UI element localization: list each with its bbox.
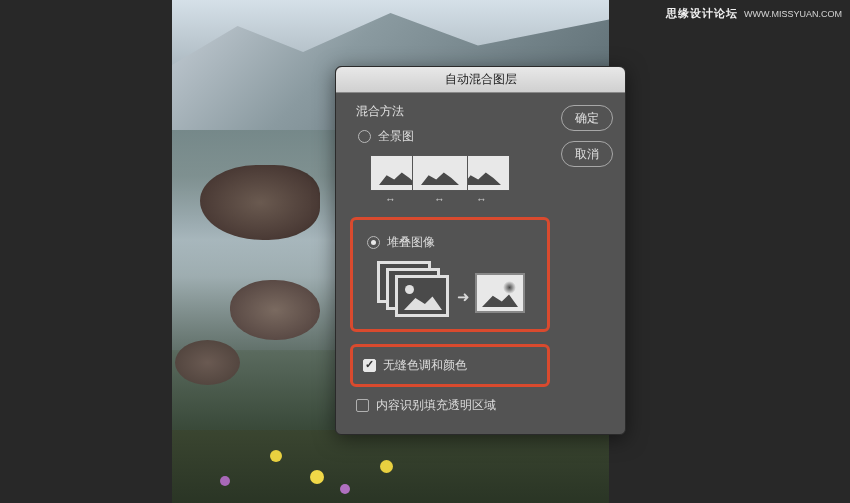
photo-rock (175, 340, 240, 385)
dialog-buttons: 确定 取消 (561, 105, 613, 167)
watermark-logo: 思缘设计论坛 (666, 6, 738, 21)
panorama-icon: ↔ ↔ ↔ (370, 155, 510, 203)
stack-radio[interactable] (367, 236, 380, 249)
dialog-title: 自动混合图层 (445, 71, 517, 88)
stack-images-icon: ➜ (377, 261, 527, 317)
content-aware-checkbox[interactable] (356, 399, 369, 412)
panorama-radio-row[interactable]: 全景图 (358, 128, 550, 145)
photo-rock (200, 165, 320, 240)
content-aware-checkbox-row[interactable]: 内容识别填充透明区域 (356, 397, 550, 414)
dialog-titlebar[interactable]: 自动混合图层 (336, 67, 625, 93)
content-aware-label: 内容识别填充透明区域 (376, 397, 496, 414)
watermark-url: WWW.MISSYUAN.COM (744, 9, 842, 19)
photo-rock (230, 280, 320, 340)
seamless-checkbox-row[interactable]: 无缝色调和颜色 (363, 357, 543, 374)
stack-label: 堆叠图像 (387, 234, 435, 251)
stack-highlight: 堆叠图像 ➜ (350, 217, 550, 332)
photo-flower (220, 476, 230, 486)
stack-radio-row[interactable]: 堆叠图像 (367, 234, 541, 251)
ok-button[interactable]: 确定 (561, 105, 613, 131)
photo-flower (340, 484, 350, 494)
panorama-label: 全景图 (378, 128, 414, 145)
photo-flower (380, 460, 393, 473)
cancel-button[interactable]: 取消 (561, 141, 613, 167)
panorama-radio[interactable] (358, 130, 371, 143)
dialog-body: 混合方法 全景图 ↔ ↔ ↔ 堆叠图像 (336, 93, 625, 434)
seamless-label: 无缝色调和颜色 (383, 357, 467, 374)
watermark: 思缘设计论坛 WWW.MISSYUAN.COM (666, 6, 842, 21)
blend-method-label: 混合方法 (356, 103, 550, 120)
auto-blend-layers-dialog: 自动混合图层 混合方法 全景图 ↔ ↔ ↔ 堆叠图像 (335, 66, 626, 435)
seamless-checkbox[interactable] (363, 359, 376, 372)
seamless-highlight: 无缝色调和颜色 (350, 344, 550, 387)
photo-flower (270, 450, 282, 462)
photo-flower (310, 470, 324, 484)
